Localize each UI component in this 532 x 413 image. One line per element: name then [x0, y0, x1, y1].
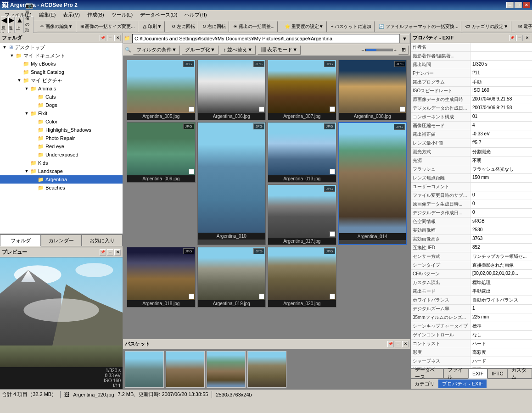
preview-pin[interactable]: 📌 [100, 249, 106, 256]
tree-item-fixit[interactable]: ▼ 📁 Fixit [0, 109, 123, 117]
check-005[interactable] [189, 106, 194, 112]
cat-tab-category[interactable]: カテゴリ [411, 380, 438, 388]
tab-custom[interactable]: カスタム [507, 368, 532, 379]
props-pin[interactable]: 📌 [509, 35, 515, 41]
expand-snagit[interactable] [16, 68, 23, 76]
props-close[interactable]: ✕ [524, 35, 530, 41]
filter-condition-button[interactable]: フィルタの条件▼ [133, 45, 180, 55]
print-button[interactable]: 🖨 印刷▼ [139, 21, 165, 32]
menu-edit[interactable]: 編集(E) [35, 11, 60, 19]
menu-create[interactable]: 作成(B) [84, 11, 108, 19]
grid-item-005[interactable]: JPG Argentina_005.jpg [127, 60, 196, 120]
expand-highlights[interactable] [30, 126, 38, 134]
address-go-button[interactable]: ▼ [400, 34, 409, 43]
tree-item-kids[interactable]: 📁 Kids [0, 159, 123, 167]
check-008[interactable] [400, 106, 405, 112]
preview-min[interactable]: ─ [107, 249, 113, 256]
grid-item-017[interactable]: JPG Argentina_017.jpg [268, 184, 336, 245]
minimize-button[interactable]: ─ [506, 2, 514, 8]
batch-resize-button[interactable]: ⊞ 画像の一括サイズ変更... [77, 21, 138, 32]
expand-mydocs[interactable]: ▼ [8, 52, 16, 59]
tree-item-animals[interactable]: ▼ 📁 Animals [0, 84, 123, 93]
grid-item-010[interactable]: JPG Argentina_010 [197, 122, 266, 245]
check-013[interactable] [330, 169, 335, 174]
exposure-batch-button[interactable]: ☀ 露出の一括調整... [230, 21, 278, 32]
tree-item-redeye[interactable]: 📁 Red eye [0, 142, 123, 151]
expand-cats[interactable] [30, 93, 38, 100]
check-020[interactable] [330, 294, 335, 299]
edit-image-button[interactable]: ✏ 画像の編集▼ [37, 21, 76, 32]
basket-close[interactable]: ✕ [402, 341, 409, 347]
cat-tab-props[interactable]: プロパティ - EXIF [438, 380, 487, 388]
expand-mypics[interactable]: ▼ [16, 77, 23, 84]
expand-animals[interactable]: ▼ [23, 85, 30, 92]
zoom-minus-icon[interactable]: − [361, 47, 364, 53]
tree-item-color[interactable]: 📁 Color [0, 117, 123, 126]
panel-close-button[interactable]: ✕ [114, 35, 121, 41]
maximize-button[interactable]: □ [515, 2, 522, 8]
tree-item-highlights[interactable]: 📁 Highlights_Shadows [0, 126, 123, 134]
tree-item-underexposed[interactable]: 📁 Underexposed [0, 151, 123, 159]
grid-view-button[interactable]: ⊞ [398, 45, 409, 55]
preview-close[interactable]: ✕ [114, 249, 121, 256]
grid-item-006[interactable]: JPG Argentina_006.jpg [197, 60, 266, 120]
zoom-plus-icon[interactable]: + [394, 47, 397, 53]
tab-favorites[interactable]: お気に入り [82, 234, 123, 246]
rotate-left-button[interactable]: ↺ 左に回転 [168, 21, 198, 32]
expand-landscape[interactable]: ▼ [23, 167, 30, 175]
grid-item-009[interactable]: JPG Argentina_009.jpg [127, 122, 196, 183]
tree-item-myebooks[interactable]: 📁 My eBooks [0, 60, 123, 68]
expand-redeye[interactable] [30, 143, 38, 150]
close-button[interactable]: ✕ [523, 2, 530, 8]
image-grid[interactable]: JPG Argentina_005.jpg JPG Argentina_006.… [123, 56, 410, 339]
basket-add-button[interactable]: + バスケットに追加 [328, 21, 375, 32]
basket-thumb-4[interactable] [247, 351, 286, 388]
category-set-button[interactable]: 🏷 カテゴリの設定▼ [462, 21, 511, 32]
tree-item-landscape[interactable]: ▼ 📁 Landscape [0, 167, 123, 175]
grid-item-018[interactable]: JPG Argentina_018.jpg [127, 247, 196, 307]
tree-item-desktop[interactable]: ▼ 🖥 デスクトップ [0, 43, 123, 51]
grid-item-013[interactable]: JPG Argentina_013.jpg [268, 122, 336, 183]
tree-item-argentina[interactable]: 📁 Argentina [0, 175, 123, 184]
tab-calendar[interactable]: カレンダー [41, 234, 82, 246]
expand-kids[interactable] [23, 159, 30, 167]
grid-item-007[interactable]: JPG Argentina_007.jpg [268, 60, 336, 120]
group-button[interactable]: グループ化▼ [182, 45, 218, 55]
expand-underexposed[interactable] [30, 151, 38, 158]
tab-iptc[interactable]: IPTC [487, 368, 507, 379]
email-button[interactable]: ✉ 電子メール(E)... [515, 21, 532, 32]
expand-dogs[interactable] [30, 101, 38, 109]
basket-thumb-3[interactable] [207, 351, 246, 388]
expand-argentina[interactable] [30, 176, 38, 183]
expand-beaches[interactable] [30, 184, 38, 191]
address-input[interactable] [132, 34, 400, 43]
grid-item-020[interactable]: JPG Argentina_020.jpg [268, 247, 336, 307]
tab-exif[interactable]: EXIF [468, 368, 487, 379]
expand-ebooks[interactable] [16, 60, 23, 67]
tree-item-beaches[interactable]: 📁 Beaches [0, 184, 123, 192]
panel-minimize-button[interactable]: ─ [107, 35, 113, 41]
expand-photorepair[interactable] [30, 134, 38, 142]
zoom-track[interactable] [365, 49, 393, 51]
check-006[interactable] [259, 106, 264, 112]
view-mode-button[interactable]: ▦ 表示モード▼ [258, 45, 301, 55]
tree-item-photorepair[interactable]: 📁 Photo Repair [0, 134, 123, 142]
expand-desktop[interactable]: ▼ [1, 44, 8, 51]
check-017[interactable] [330, 231, 335, 237]
menu-database[interactable]: データベース(D) [136, 11, 181, 19]
pin-button[interactable]: 📌 [100, 35, 106, 41]
grid-item-019[interactable]: JPG Argentina_019.jpg [197, 247, 266, 307]
menu-tools[interactable]: ツール(L) [108, 11, 136, 19]
menu-view[interactable]: 表示(V) [59, 11, 84, 19]
expand-fixit[interactable]: ▼ [23, 110, 30, 117]
basket-min[interactable]: ─ [395, 341, 401, 347]
grid-item-008[interactable]: JPG Argentina_008.jpg [338, 60, 407, 120]
tab-folder[interactable]: フォルダ [0, 234, 41, 246]
tree-item-mydocs[interactable]: ▼ 📁 マイ ドキュメント [0, 51, 123, 60]
check-009[interactable] [189, 169, 194, 174]
rotate-right-button[interactable]: ↻ 右に回転 [199, 21, 229, 32]
sort-button[interactable]: ↕ 並べ替え▼ [220, 45, 256, 55]
rating-button[interactable]: ⭐ 重要度の設定▼ [281, 21, 327, 32]
folder-tree[interactable]: ▼ 🖥 デスクトップ ▼ 📁 マイ ドキュメント 📁 My eBooks [0, 43, 123, 234]
basket-thumb-1[interactable] [125, 351, 164, 388]
